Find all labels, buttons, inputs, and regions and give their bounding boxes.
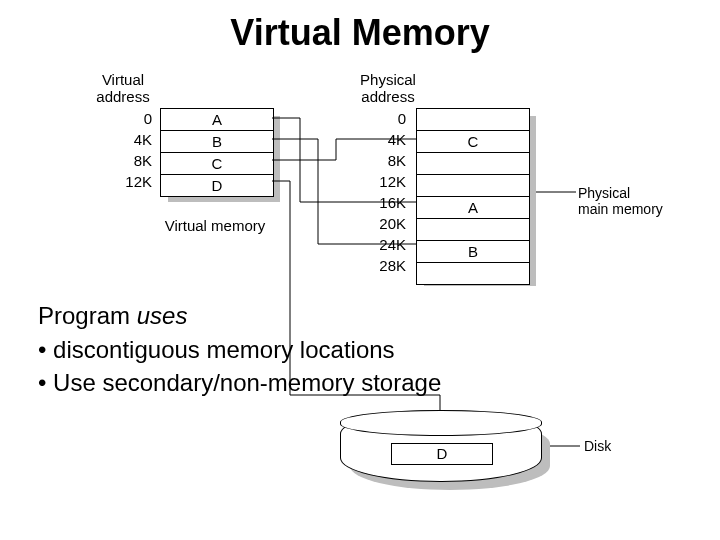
page-title: Virtual Memory	[0, 12, 720, 54]
physical-label-l2: main memory	[578, 201, 663, 217]
disk-cylinder: D	[340, 410, 542, 482]
physical-table: C A B	[416, 108, 530, 285]
physical-addr-1: 4K	[346, 129, 406, 150]
physical-addr-5: 20K	[346, 213, 406, 234]
virtual-row-C: C	[161, 153, 273, 175]
physical-addr-4: 16K	[346, 192, 406, 213]
physical-main-memory-label: Physical main memory	[578, 185, 698, 217]
lead-line: Program uses	[38, 300, 441, 332]
physical-row-5	[417, 219, 529, 241]
physical-row-4: A	[417, 197, 529, 219]
bullet-2: Use secondary/non-memory storage	[38, 367, 441, 399]
physical-addr-0: 0	[346, 108, 406, 129]
lead-plain: Program	[38, 302, 137, 329]
virtual-addr-1: 4K	[102, 129, 152, 150]
virtual-addr-3: 12K	[102, 171, 152, 192]
physical-row-6: B	[417, 241, 529, 263]
virtual-row-A: A	[161, 109, 273, 131]
virtual-caption: Virtual memory	[140, 218, 290, 235]
physical-addr-6: 24K	[346, 234, 406, 255]
virtual-header-l2: address	[96, 88, 149, 105]
physical-addr-3: 12K	[346, 171, 406, 192]
physical-header-l1: Physical	[360, 71, 416, 88]
virtual-addr-2: 8K	[102, 150, 152, 171]
physical-row-3	[417, 175, 529, 197]
physical-label-l1: Physical	[578, 185, 630, 201]
physical-row-7	[417, 263, 529, 284]
physical-header: Physical address	[348, 72, 428, 105]
disk-row-D: D	[391, 443, 493, 465]
virtual-row-D: D	[161, 175, 273, 196]
physical-addr-col: 0 4K 8K 12K 16K 20K 24K 28K	[346, 108, 406, 276]
disk-label: Disk	[584, 438, 611, 454]
physical-addr-7: 28K	[346, 255, 406, 276]
physical-row-2	[417, 153, 529, 175]
virtual-addr-0: 0	[102, 108, 152, 129]
lead-italic: uses	[137, 302, 188, 329]
bullet-1: discontiguous memory locations	[38, 334, 441, 366]
physical-row-0	[417, 109, 529, 131]
physical-header-l2: address	[361, 88, 414, 105]
body-text: Program uses discontiguous memory locati…	[38, 300, 441, 399]
virtual-table: A B C D	[160, 108, 274, 197]
virtual-addr-col: 0 4K 8K 12K	[102, 108, 152, 192]
virtual-header: Virtual address	[88, 72, 158, 105]
virtual-row-B: B	[161, 131, 273, 153]
physical-addr-2: 8K	[346, 150, 406, 171]
physical-row-1: C	[417, 131, 529, 153]
virtual-header-l1: Virtual	[102, 71, 144, 88]
